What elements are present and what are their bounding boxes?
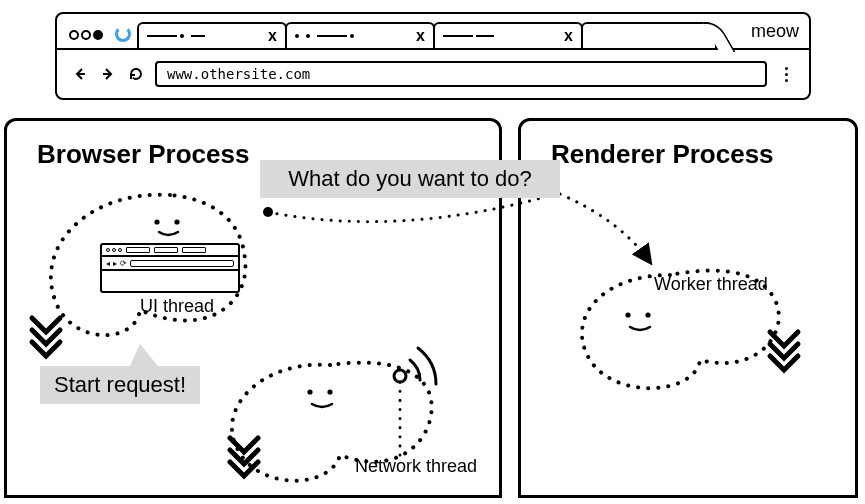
browser-menu-button[interactable] — [777, 67, 795, 82]
tab-close-icon[interactable]: x — [564, 27, 573, 45]
tab-close-icon[interactable]: x — [268, 27, 277, 45]
tab-title-placeholder — [295, 34, 358, 38]
renderer-process-box: Renderer Process — [518, 118, 858, 498]
tab-close-icon[interactable]: x — [416, 27, 425, 45]
reload-icon — [128, 66, 144, 82]
window-traffic-lights — [69, 30, 103, 40]
dots-icon — [785, 67, 788, 70]
address-bar[interactable]: www.othersite.com — [155, 61, 767, 87]
url-text: www.othersite.com — [167, 66, 310, 82]
window-light-icon — [69, 30, 79, 40]
tab[interactable]: x — [137, 22, 287, 48]
mini-browser-icon: ◂▸⟳ — [100, 243, 240, 293]
arrow-left-icon — [73, 67, 87, 81]
start-request-callout: Start request! — [40, 366, 200, 404]
tab[interactable]: x — [433, 22, 583, 48]
tab-title-placeholder — [443, 35, 494, 37]
tab[interactable]: x — [285, 22, 435, 48]
loading-spinner-icon — [115, 26, 131, 42]
question-callout: What do you want to do? — [260, 160, 560, 198]
window-light-icon — [93, 30, 103, 40]
window-light-icon — [81, 30, 91, 40]
forward-button[interactable] — [99, 65, 117, 83]
ui-thread-label: UI thread — [140, 296, 214, 317]
new-tab-button[interactable] — [581, 22, 717, 48]
worker-thread-label: Worker thread — [654, 274, 768, 295]
tab-strip: x x x meow — [57, 14, 809, 50]
renderer-process-title: Renderer Process — [551, 139, 855, 170]
reload-button[interactable] — [127, 65, 145, 83]
arrow-right-icon — [101, 67, 115, 81]
browser-toolbar: www.othersite.com — [57, 50, 809, 98]
back-button[interactable] — [71, 65, 89, 83]
tab-title-placeholder — [147, 34, 205, 38]
browser-brand-label: meow — [751, 21, 799, 42]
browser-window: x x x meow www.othersite.com — [55, 12, 811, 100]
network-thread-label: Network thread — [355, 456, 477, 477]
